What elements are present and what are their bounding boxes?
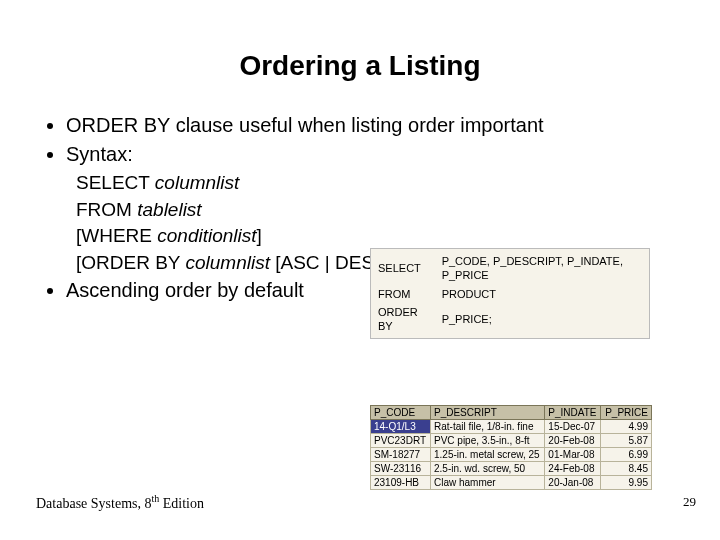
cell: SW-23116 bbox=[371, 462, 431, 476]
sql-row: FROMPRODUCT bbox=[377, 286, 643, 302]
footer-text: Edition bbox=[159, 496, 204, 511]
sql-val: P_CODE, P_DESCRIPT, P_INDATE, P_PRICE bbox=[441, 253, 643, 284]
syntax-arg: columnlist bbox=[155, 172, 239, 193]
syntax-line: FROM tablelist bbox=[76, 197, 684, 223]
table-row: 14-Q1/L3 Rat-tail file, 1/8-in. fine 15-… bbox=[371, 420, 652, 434]
cell: 6.99 bbox=[601, 448, 652, 462]
cell: 15-Dec-07 bbox=[545, 420, 601, 434]
result-thead: P_CODE P_DESCRIPT P_INDATE P_PRICE bbox=[371, 406, 652, 420]
footer-citation: Database Systems, 8th Edition bbox=[36, 493, 204, 512]
syntax-kw: SELECT bbox=[76, 172, 155, 193]
sql-kw: ORDER BY bbox=[377, 304, 439, 335]
footer-text: Database Systems, 8 bbox=[36, 496, 151, 511]
cell: 4.99 bbox=[601, 420, 652, 434]
bullet-list: ORDER BY clause useful when listing orde… bbox=[36, 112, 684, 168]
bullet-item: Syntax: bbox=[66, 141, 684, 168]
sql-row: SELECTP_CODE, P_DESCRIPT, P_INDATE, P_PR… bbox=[377, 253, 643, 284]
syntax-kw: ] bbox=[257, 225, 262, 246]
cell: 01-Mar-08 bbox=[545, 448, 601, 462]
page-number: 29 bbox=[683, 494, 696, 510]
result-table-wrap: P_CODE P_DESCRIPT P_INDATE P_PRICE 14-Q1… bbox=[370, 405, 652, 490]
syntax-arg: columnlist bbox=[185, 252, 275, 273]
sql-val: P_PRICE; bbox=[441, 304, 643, 335]
cell: PVC23DRT bbox=[371, 434, 431, 448]
cell: Claw hammer bbox=[430, 476, 544, 490]
table-row: SW-23116 2.5-in. wd. screw, 50 24-Feb-08… bbox=[371, 462, 652, 476]
cell: PVC pipe, 3.5-in., 8-ft bbox=[430, 434, 544, 448]
col-header: P_DESCRIPT bbox=[430, 406, 544, 420]
cell: 5.87 bbox=[601, 434, 652, 448]
syntax-line: [WHERE conditionlist] bbox=[76, 223, 684, 249]
result-table: P_CODE P_DESCRIPT P_INDATE P_PRICE 14-Q1… bbox=[370, 405, 652, 490]
sql-example-table: SELECTP_CODE, P_DESCRIPT, P_INDATE, P_PR… bbox=[375, 251, 645, 336]
sql-row: ORDER BYP_PRICE; bbox=[377, 304, 643, 335]
syntax-arg: tablelist bbox=[137, 199, 201, 220]
slide: Ordering a Listing ORDER BY clause usefu… bbox=[0, 0, 720, 540]
col-header: P_INDATE bbox=[545, 406, 601, 420]
sql-kw: SELECT bbox=[377, 253, 439, 284]
syntax-kw: [ORDER BY bbox=[76, 252, 185, 273]
cell: 1.25-in. metal screw, 25 bbox=[430, 448, 544, 462]
cell: 8.45 bbox=[601, 462, 652, 476]
sql-example: SELECTP_CODE, P_DESCRIPT, P_INDATE, P_PR… bbox=[370, 248, 650, 339]
cell: 2.5-in. wd. screw, 50 bbox=[430, 462, 544, 476]
syntax-kw: [WHERE bbox=[76, 225, 157, 246]
sql-kw: FROM bbox=[377, 286, 439, 302]
cell: 20-Jan-08 bbox=[545, 476, 601, 490]
table-row: PVC23DRT PVC pipe, 3.5-in., 8-ft 20-Feb-… bbox=[371, 434, 652, 448]
cell: SM-18277 bbox=[371, 448, 431, 462]
table-row: SM-18277 1.25-in. metal screw, 25 01-Mar… bbox=[371, 448, 652, 462]
syntax-line: SELECT columnlist bbox=[76, 170, 684, 196]
col-header: P_PRICE bbox=[601, 406, 652, 420]
cell: 24-Feb-08 bbox=[545, 462, 601, 476]
cell: Rat-tail file, 1/8-in. fine bbox=[430, 420, 544, 434]
col-header: P_CODE bbox=[371, 406, 431, 420]
syntax-kw: FROM bbox=[76, 199, 137, 220]
bullet-item: ORDER BY clause useful when listing orde… bbox=[66, 112, 684, 139]
table-row: 23109-HB Claw hammer 20-Jan-08 9.95 bbox=[371, 476, 652, 490]
cell: 23109-HB bbox=[371, 476, 431, 490]
cell: 14-Q1/L3 bbox=[371, 420, 431, 434]
cell: 20-Feb-08 bbox=[545, 434, 601, 448]
sql-val: PRODUCT bbox=[441, 286, 643, 302]
slide-title: Ordering a Listing bbox=[36, 50, 684, 82]
result-tbody: 14-Q1/L3 Rat-tail file, 1/8-in. fine 15-… bbox=[371, 420, 652, 490]
cell: 9.95 bbox=[601, 476, 652, 490]
syntax-arg: conditionlist bbox=[157, 225, 256, 246]
